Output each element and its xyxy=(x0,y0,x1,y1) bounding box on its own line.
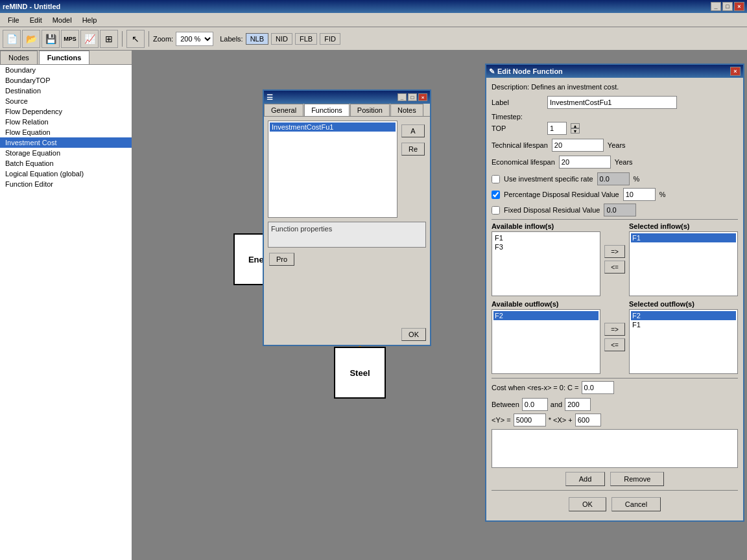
outflow-f2[interactable]: F2 xyxy=(493,311,599,320)
zoom-select[interactable]: 200 % 100 % 50 % xyxy=(176,32,213,46)
cost-input[interactable] xyxy=(582,381,614,394)
econ-lifespan-input[interactable] xyxy=(559,156,611,169)
new-btn[interactable]: 📄 xyxy=(3,30,21,48)
item-source[interactable]: Source xyxy=(0,96,132,106)
inner-tab-position[interactable]: Position xyxy=(350,104,390,116)
inflow-f3[interactable]: F3 xyxy=(493,242,599,251)
between-from-input[interactable] xyxy=(522,398,548,411)
menu-file[interactable]: File xyxy=(3,15,25,25)
formula-val1-input[interactable] xyxy=(514,414,546,426)
avail-inflow-label: Available inflow(s) xyxy=(492,222,600,230)
inner-dialog-tabs: General Functions Position Notes xyxy=(264,104,430,117)
zoom-control: Zoom: 200 % 100 % 50 % xyxy=(153,32,213,46)
close-btn[interactable]: × xyxy=(734,2,744,11)
inflow-f1[interactable]: F1 xyxy=(493,233,599,242)
left-panel: Nodes Functions Boundary BoundaryTOP Des… xyxy=(0,51,133,560)
ok-btn[interactable]: OK xyxy=(569,497,606,511)
fid-btn[interactable]: FID xyxy=(320,33,340,45)
inner-dialog-footer: OK xyxy=(264,324,430,345)
fixed-disposal-row: Fixed Disposal Residual Value xyxy=(492,204,738,216)
open-btn[interactable]: 📂 xyxy=(22,30,40,48)
tech-lifespan-row: Technical lifespan Years xyxy=(492,139,738,152)
edit-dialog-body: Description: Defines an investment cost.… xyxy=(486,78,743,520)
remove-outflow-btn[interactable]: <= xyxy=(604,338,625,351)
econ-lifespan-row: Economical lifespan Years xyxy=(492,156,738,169)
item-boundarytop[interactable]: BoundaryTOP xyxy=(0,75,132,86)
cancel-btn[interactable]: Cancel xyxy=(611,497,661,511)
inner-close-btn[interactable]: × xyxy=(418,93,427,101)
label-input[interactable] xyxy=(547,96,677,109)
item-storage-equation[interactable]: Storage Equation xyxy=(0,148,132,158)
available-outflows-list[interactable]: F2 xyxy=(492,309,600,374)
sel-outflow-f2[interactable]: F2 xyxy=(631,311,736,320)
edit-dialog-close[interactable]: × xyxy=(730,67,741,76)
item-flow-dependency[interactable]: Flow Dependency xyxy=(0,106,132,117)
remove-inflow-btn[interactable]: <= xyxy=(604,261,625,274)
menu-edit[interactable]: Edit xyxy=(25,15,47,25)
add-outflow-btn[interactable]: => xyxy=(604,323,625,336)
cursor-btn[interactable]: ↖ xyxy=(126,30,145,48)
func-list-area[interactable]: InvestmentCostFu1 xyxy=(268,121,397,218)
nlb-btn[interactable]: NLB xyxy=(246,33,268,45)
mp-btn[interactable]: MPS xyxy=(61,30,79,48)
top-spin-up[interactable]: ▲ xyxy=(571,123,580,128)
selected-inflows-list[interactable]: F1 xyxy=(629,231,738,296)
minimize-btn[interactable]: _ xyxy=(711,2,721,11)
fixed-disposal-input[interactable] xyxy=(604,204,636,216)
item-destination[interactable]: Destination xyxy=(0,86,132,96)
selected-outflows-list[interactable]: F2 F1 xyxy=(629,309,738,374)
inner-tab-notes[interactable]: Notes xyxy=(390,104,423,116)
between-to-input[interactable] xyxy=(565,398,591,411)
nid-btn[interactable]: NID xyxy=(271,33,292,45)
remove-func-btn[interactable]: Re xyxy=(401,143,425,156)
tech-lifespan-input[interactable] xyxy=(552,139,604,152)
use-investment-input[interactable] xyxy=(597,172,630,185)
fixed-disposal-check[interactable] xyxy=(492,206,500,215)
pct-disposal-input[interactable] xyxy=(623,188,656,201)
formula-val2-input[interactable] xyxy=(575,414,601,426)
sel-inflow-f1[interactable]: F1 xyxy=(631,233,736,242)
item-function-editor[interactable]: Function Editor xyxy=(0,179,132,189)
add-btn[interactable]: Add xyxy=(565,472,606,486)
chart-btn[interactable]: 📈 xyxy=(80,30,99,48)
save-btn[interactable]: 💾 xyxy=(42,30,60,48)
inflow-section: Available inflow(s) F1 F3 => <= Selected… xyxy=(492,222,738,296)
inner-minimize-btn[interactable]: _ xyxy=(397,93,407,101)
pct-disposal-row: Percentage Disposal Residual Value % xyxy=(492,188,738,201)
inner-maximize-btn[interactable]: □ xyxy=(408,93,417,101)
top-input[interactable] xyxy=(547,122,567,135)
node-steel[interactable]: Steel xyxy=(334,347,386,399)
remove-btn[interactable]: Remove xyxy=(610,472,664,486)
maximize-btn[interactable]: □ xyxy=(722,2,733,11)
item-flow-equation[interactable]: Flow Equation xyxy=(0,127,132,137)
tab-functions[interactable]: Functions xyxy=(39,51,90,64)
available-inflows-list[interactable]: F1 F3 xyxy=(492,231,600,296)
add-func-btn[interactable]: A xyxy=(401,124,425,137)
item-flow-relation[interactable]: Flow Relation xyxy=(0,117,132,127)
item-batch-equation[interactable]: Batch Equation xyxy=(0,158,132,169)
top-spin-down[interactable]: ▼ xyxy=(571,128,580,134)
item-logical-equation[interactable]: Logical Equation (global) xyxy=(0,169,132,179)
use-investment-check[interactable] xyxy=(492,175,500,183)
menu-model[interactable]: Model xyxy=(47,15,77,25)
grid-btn[interactable]: ⊞ xyxy=(100,30,118,48)
window-title: reMIND - Untitled xyxy=(3,3,60,10)
label-label: Label xyxy=(492,99,543,106)
panel-tabs: Nodes Functions xyxy=(0,51,132,65)
inner-tab-functions[interactable]: Functions xyxy=(304,104,350,116)
menu-help[interactable]: Help xyxy=(77,15,102,25)
add-inflow-btn[interactable]: => xyxy=(604,245,625,258)
flb-btn[interactable]: FLB xyxy=(295,33,317,45)
item-boundary[interactable]: Boundary xyxy=(0,65,132,75)
func-item-investment[interactable]: InvestmentCostFu1 xyxy=(270,122,396,132)
sel-outflow-f1[interactable]: F1 xyxy=(631,320,736,329)
inner-tab-general[interactable]: General xyxy=(264,104,303,116)
tab-nodes[interactable]: Nodes xyxy=(0,51,38,64)
inner-ok-btn[interactable]: OK xyxy=(401,328,426,341)
item-investment-cost[interactable]: Investment Cost xyxy=(0,137,132,148)
pro-btn[interactable]: Pro xyxy=(269,253,294,266)
edit-dialog-title: ✎ Edit Node Function × xyxy=(486,65,743,78)
pct-disposal-check[interactable] xyxy=(492,191,500,199)
canvas-area[interactable]: Iron Energy Process-es Steel ☰ _ □ × xyxy=(133,51,747,560)
formula-extra-area[interactable] xyxy=(492,429,738,468)
